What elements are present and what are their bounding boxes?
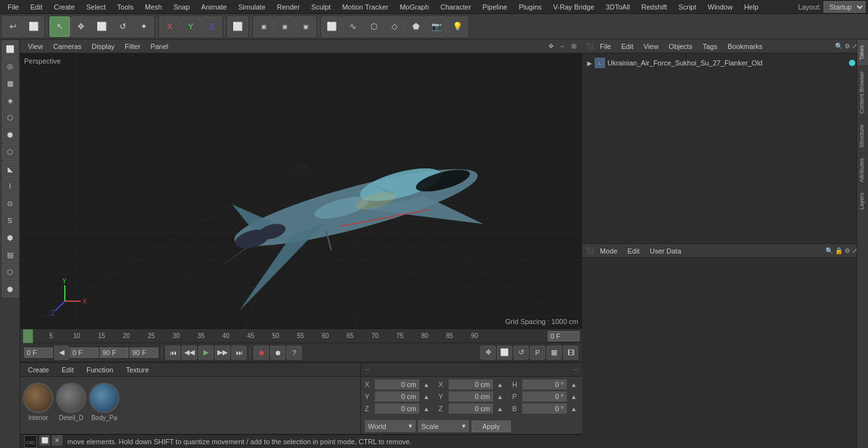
end-frame-input[interactable]: [100, 348, 128, 358]
menu-pipeline[interactable]: Pipeline: [477, 2, 512, 12]
attr-lock-icon[interactable]: 🔒: [835, 247, 843, 254]
sidebar-tool-1[interactable]: ⬜: [2, 41, 18, 57]
coord-p-btn[interactable]: ▲: [569, 393, 578, 400]
obj-menu-view[interactable]: View: [640, 41, 663, 51]
menu-animate[interactable]: Animate: [196, 2, 232, 12]
menu-character[interactable]: Character: [435, 2, 476, 12]
record-button[interactable]: ⏺: [254, 346, 269, 360]
next-frame-button[interactable]: ▶▶: [215, 346, 230, 360]
tc-scale-button[interactable]: ⬜: [497, 346, 512, 360]
mat-menu-edit[interactable]: Edit: [58, 365, 78, 375]
coord-y-rot-btn[interactable]: ▲: [496, 393, 505, 400]
frame-display-input[interactable]: [548, 331, 580, 341]
menu-edit[interactable]: Edit: [25, 2, 48, 12]
redo-button[interactable]: ⬜: [24, 17, 44, 37]
object-mode-button[interactable]: ⬜: [227, 17, 248, 37]
menu-3dtoall[interactable]: 3DToAll: [600, 2, 635, 12]
sidebar-tool-2[interactable]: ◎: [2, 58, 18, 74]
vp-menu-filter[interactable]: Filter: [121, 41, 144, 51]
field-button[interactable]: ⬟: [405, 17, 426, 37]
obj-menu-objects[interactable]: Objects: [665, 41, 696, 51]
menu-vray[interactable]: V-Ray Bridge: [548, 2, 600, 12]
current-step-input[interactable]: [70, 348, 98, 358]
vp-menu-view[interactable]: View: [24, 41, 47, 51]
sidebar-tool-10[interactable]: ⊙: [2, 195, 18, 212]
mat-menu-function[interactable]: Function: [83, 365, 117, 375]
coord-x-pos-input[interactable]: [375, 379, 419, 390]
cube-button[interactable]: ⬜: [322, 17, 342, 37]
tab-attributes[interactable]: Attributes: [857, 153, 868, 187]
transform-tool-button[interactable]: ✦: [133, 17, 154, 37]
tc-move-button[interactable]: ✥: [480, 346, 496, 360]
obj-menu-bookmarks[interactable]: Bookmarks: [724, 41, 766, 51]
prev-frame-button[interactable]: ◀◀: [182, 346, 197, 360]
rotate-tool-button[interactable]: ↺: [112, 17, 133, 37]
mat-menu-texture[interactable]: Texture: [122, 365, 153, 375]
object-item-sukhoi[interactable]: ▶ L Ukrainian_Air_Force_Sukhoi_Su_27_Fla…: [585, 56, 865, 70]
sidebar-tool-5[interactable]: ⬡: [2, 109, 18, 126]
scale-dropdown[interactable]: Scale ▾: [418, 420, 469, 432]
coord-z-rot-input[interactable]: [449, 404, 493, 414]
apply-button[interactable]: Apply: [471, 421, 511, 432]
step-back-button[interactable]: ◀: [54, 346, 69, 360]
world-dropdown[interactable]: World ▾: [365, 420, 416, 432]
attr-menu-user-data[interactable]: User Data: [646, 246, 686, 256]
sidebar-tool-7[interactable]: ⬠: [2, 144, 18, 160]
obj-menu-file[interactable]: File: [596, 41, 615, 51]
total-frame-input[interactable]: [130, 348, 158, 358]
select-tool-button[interactable]: ↖: [50, 17, 70, 37]
sidebar-tool-6[interactable]: ⬢: [2, 126, 18, 143]
coord-p-input[interactable]: [522, 391, 567, 402]
tc-film-button[interactable]: 🎞: [563, 346, 578, 360]
viewport-icon-3[interactable]: ⊞: [569, 41, 578, 51]
material-interior[interactable]: Interior: [23, 383, 53, 421]
sidebar-tool-9[interactable]: ⌇: [2, 178, 18, 194]
move-tool-button[interactable]: ✥: [71, 17, 91, 37]
tab-layers[interactable]: Layers: [857, 187, 868, 215]
menu-snap[interactable]: Snap: [168, 2, 195, 12]
undo-button[interactable]: ↩: [3, 17, 23, 37]
tab-content-browser[interactable]: Content Browser: [857, 65, 868, 119]
y-axis-button[interactable]: Y: [180, 17, 201, 37]
light-button[interactable]: 💡: [447, 17, 468, 37]
spline-button[interactable]: ∿: [342, 17, 363, 37]
tab-takes[interactable]: Takes: [857, 39, 868, 65]
render-region-button[interactable]: ▣: [254, 17, 274, 37]
menu-render[interactable]: Render: [272, 2, 305, 12]
x-axis-button[interactable]: X: [159, 17, 180, 37]
start-frame-input[interactable]: [24, 348, 53, 358]
sidebar-tool-8[interactable]: ◣: [2, 161, 18, 177]
menu-motion-tracker[interactable]: Motion Tracker: [337, 2, 393, 12]
material-detail[interactable]: Deteil_D: [56, 383, 86, 421]
z-axis-button[interactable]: Z: [201, 17, 222, 37]
menu-file[interactable]: File: [3, 2, 24, 12]
viewport[interactable]: X Y Z Perspective Grid Spacing : 1000 cm: [20, 53, 582, 329]
menu-window[interactable]: Window: [703, 2, 738, 12]
coord-z-rot-btn[interactable]: ▲: [496, 405, 505, 412]
sidebar-tool-11[interactable]: S: [2, 212, 18, 229]
coord-h-input[interactable]: [522, 379, 567, 390]
tc-grid-button[interactable]: ▦: [546, 346, 562, 360]
layout-dropdown[interactable]: Startup: [824, 1, 865, 13]
coord-x-rot-btn[interactable]: ▲: [496, 381, 505, 388]
attr-menu-edit[interactable]: Edit: [624, 246, 644, 256]
sidebar-tool-12[interactable]: ⬢: [2, 229, 18, 246]
menu-mograph[interactable]: MoGraph: [395, 2, 434, 12]
material-body[interactable]: Body_Pa: [89, 383, 119, 421]
sidebar-tool-4[interactable]: ◈: [2, 92, 18, 109]
menu-tools[interactable]: Tools: [112, 2, 139, 12]
record-auto-button[interactable]: ⏺: [270, 346, 285, 360]
first-frame-button[interactable]: ⏮: [165, 346, 180, 360]
coord-y-pos-input[interactable]: [375, 391, 419, 402]
viewport-icon-2[interactable]: ↔: [557, 41, 567, 51]
sidebar-tool-14[interactable]: ⬡: [2, 264, 18, 280]
coord-z-btn[interactable]: ▲: [422, 405, 431, 412]
menu-create[interactable]: Create: [49, 2, 80, 12]
render-picture-button[interactable]: ▣: [295, 17, 316, 37]
tab-structure[interactable]: Structure: [857, 119, 868, 153]
vp-menu-panel[interactable]: Panel: [147, 41, 172, 51]
mat-menu-create[interactable]: Create: [24, 365, 53, 375]
coord-z-pos-input[interactable]: [375, 404, 419, 414]
play-button[interactable]: ▶: [198, 346, 214, 360]
coord-x-rot-input[interactable]: [449, 379, 493, 390]
